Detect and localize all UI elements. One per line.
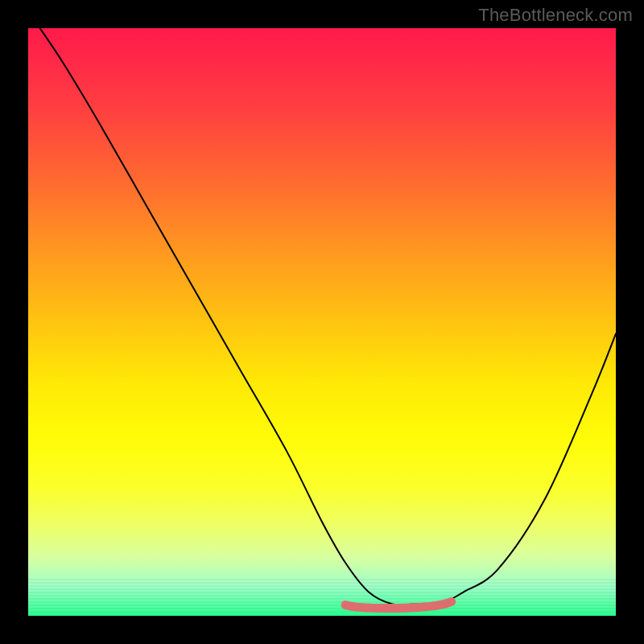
plot-area <box>28 28 616 616</box>
watermark-text: TheBottleneck.com <box>478 5 633 26</box>
chart-svg <box>28 28 616 616</box>
flat-region-path <box>345 601 451 608</box>
curve-path <box>40 28 616 605</box>
